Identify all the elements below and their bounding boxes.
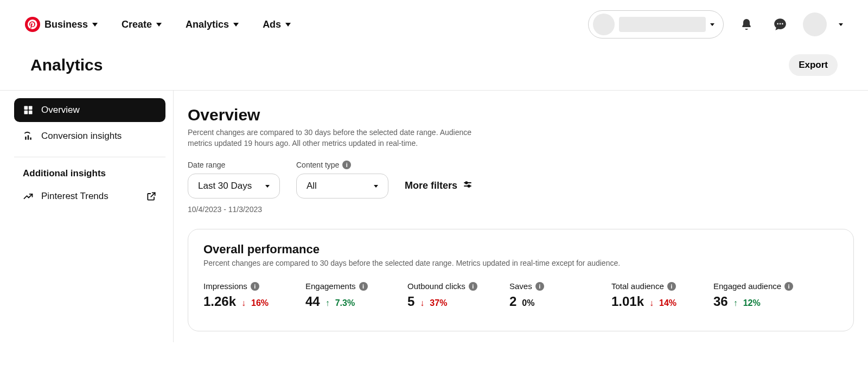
date-range-text: 10/4/2023 - 11/3/2023 [188, 205, 854, 214]
info-icon[interactable]: i [667, 282, 676, 291]
content-title: Overview [188, 106, 854, 124]
info-icon[interactable]: i [342, 161, 351, 169]
metric-change: 37% [430, 298, 447, 308]
content: Overview Percent changes are compared to… [174, 91, 868, 342]
nav-business-label: Business [44, 19, 88, 30]
metric-total-audience[interactable]: Total audiencei1.01k↓14% [611, 281, 687, 309]
info-icon[interactable]: i [251, 282, 259, 291]
account-avatar-placeholder [593, 14, 615, 35]
arrow-down-icon: ↓ [420, 298, 424, 308]
content-subtitle: Percent changes are compared to 30 days … [188, 127, 497, 149]
date-range-select[interactable]: Last 30 Days [188, 174, 280, 198]
performance-title: Overall performance [203, 242, 838, 257]
title-row: Analytics Export [0, 49, 868, 90]
chevron-down-icon [156, 23, 162, 27]
metric-label-row: Savesi [509, 281, 585, 291]
nav-ads-label: Ads [263, 19, 281, 30]
arrow-down-icon: ↓ [649, 298, 654, 308]
svg-point-8 [465, 182, 468, 184]
notifications-button[interactable] [736, 14, 757, 35]
metric-label: Total audience [611, 281, 664, 291]
svg-rect-3 [29, 111, 33, 114]
nav-create[interactable]: Create [122, 19, 162, 30]
metric-label: Engagements [305, 281, 356, 291]
metrics-row: Impressionsi1.26k↓16%Engagementsi44↑7.3%… [203, 281, 838, 309]
overall-performance-card: Overall performance Percent changes are … [188, 229, 854, 331]
sidebar-item-label: Conversion insights [41, 131, 122, 142]
info-icon[interactable]: i [359, 282, 368, 291]
nav-create-label: Create [122, 19, 152, 30]
top-nav-left: Business Create Analytics Ads [25, 17, 291, 32]
top-nav: Business Create Analytics Ads [0, 0, 868, 49]
content-type-label: Content type [296, 161, 339, 169]
sidebar-item-label: Overview [41, 105, 80, 116]
chevron-down-icon [265, 185, 270, 188]
chevron-down-icon [374, 185, 378, 188]
metric-engaged-audience[interactable]: Engaged audiencei36↑12% [713, 281, 793, 309]
trend-icon [23, 191, 34, 202]
chat-icon [773, 17, 787, 31]
nav-analytics-label: Analytics [186, 19, 229, 30]
sidebar-separator [14, 157, 165, 157]
messages-button[interactable] [769, 14, 791, 35]
metric-saves[interactable]: Savesi20% [509, 281, 585, 309]
metric-engagements[interactable]: Engagementsi44↑7.3% [305, 281, 381, 309]
content-type-select[interactable]: All [296, 174, 388, 198]
more-filters-label: More filters [405, 180, 457, 191]
grid-icon [23, 105, 34, 116]
sidebar-item-label: Pinterest Trends [41, 191, 108, 202]
svg-point-10 [468, 185, 470, 187]
metric-impressions[interactable]: Impressionsi1.26k↓16% [203, 281, 279, 309]
metric-change: 7.3% [335, 298, 355, 308]
external-link-icon [146, 191, 157, 202]
date-range-value: Last 30 Days [198, 181, 252, 191]
metric-label: Engaged audience [713, 281, 781, 291]
arrow-down-icon: ↓ [241, 298, 246, 308]
metric-label: Outbound clicks [407, 281, 465, 291]
metric-value-row: 5↓37% [407, 294, 483, 309]
metric-value-row: 1.01k↓14% [611, 294, 687, 309]
arrow-up-icon: ↑ [733, 298, 738, 308]
sidebar-item-conversion-insights[interactable]: Conversion insights [14, 124, 165, 148]
main-layout: Overview Conversion insights Additional … [0, 91, 868, 342]
chevron-down-icon [92, 23, 98, 27]
svg-rect-5 [28, 135, 29, 139]
metric-change: 12% [743, 298, 761, 308]
info-icon[interactable]: i [535, 282, 544, 291]
account-switcher[interactable] [588, 10, 724, 39]
user-avatar[interactable] [803, 12, 827, 36]
svg-rect-1 [29, 106, 33, 110]
content-type-value: All [307, 181, 317, 191]
chevron-down-icon [233, 23, 239, 27]
more-filters-button[interactable]: More filters [405, 180, 473, 198]
metric-value-row: 1.26k↓16% [203, 294, 279, 309]
metric-value: 36 [713, 294, 728, 309]
nav-ads[interactable]: Ads [263, 19, 291, 30]
filters-row: Date range Last 30 Days Content type i A… [188, 161, 854, 198]
user-menu-chevron-icon[interactable] [839, 23, 843, 26]
filter-content-type: Content type i All [296, 161, 388, 198]
metric-label-row: Impressionsi [203, 281, 279, 291]
sidebar-additional-heading: Additional insights [14, 166, 165, 184]
export-button[interactable]: Export [789, 54, 838, 76]
info-icon[interactable]: i [784, 282, 793, 291]
metric-value-row: 36↑12% [713, 294, 793, 309]
metric-value: 1.26k [203, 294, 236, 309]
sliders-icon [463, 180, 473, 192]
nav-business[interactable]: Business [25, 17, 98, 32]
sidebar-item-pinterest-trends[interactable]: Pinterest Trends [14, 184, 165, 208]
nav-analytics[interactable]: Analytics [186, 19, 239, 30]
metric-label-row: Total audiencei [611, 281, 687, 291]
svg-rect-2 [24, 111, 28, 114]
arrow-up-icon: ↑ [326, 298, 330, 308]
metric-change: 0% [522, 298, 534, 308]
metric-label-row: Engaged audiencei [713, 281, 793, 291]
svg-rect-4 [25, 137, 27, 140]
metric-value: 5 [407, 294, 414, 309]
metric-outbound-clicks[interactable]: Outbound clicksi5↓37% [407, 281, 483, 309]
bell-icon [740, 18, 753, 31]
sidebar-item-overview[interactable]: Overview [14, 98, 165, 122]
info-icon[interactable]: i [469, 282, 477, 291]
performance-subtitle: Percent changes are compared to 30 days … [203, 259, 838, 267]
metric-value-row: 44↑7.3% [305, 294, 381, 309]
